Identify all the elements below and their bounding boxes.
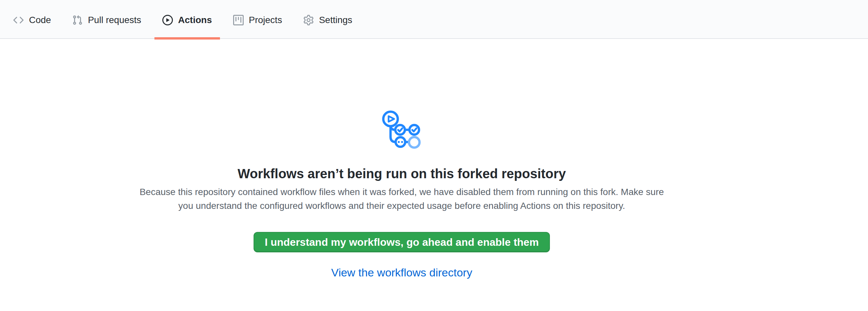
tab-actions[interactable]: Actions xyxy=(154,2,220,38)
play-icon xyxy=(162,15,173,25)
tab-actions-label: Actions xyxy=(178,15,212,25)
tab-settings[interactable]: Settings xyxy=(296,2,360,38)
primary-action-row: I understand my workflows, go ahead and … xyxy=(0,213,803,252)
tab-code[interactable]: Code xyxy=(5,2,59,38)
tab-pull-requests-label: Pull requests xyxy=(88,15,141,25)
view-workflows-directory-link[interactable]: View the workflows directory xyxy=(331,266,472,279)
tab-pull-requests[interactable]: Pull requests xyxy=(64,2,149,38)
page-title: Workflows aren’t being run on this forke… xyxy=(0,166,803,181)
actions-disabled-blankslate: Workflows aren’t being run on this forke… xyxy=(0,39,803,279)
code-icon xyxy=(13,15,24,25)
tab-code-label: Code xyxy=(29,15,51,25)
project-icon xyxy=(233,15,244,25)
gear-icon xyxy=(303,15,314,25)
git-pull-request-icon xyxy=(72,15,83,25)
blankslate-description: Because this repository contained workfl… xyxy=(132,185,672,213)
secondary-action-row: View the workflows directory xyxy=(0,266,803,279)
tab-settings-label: Settings xyxy=(319,15,352,25)
repo-tab-nav: Code Pull requests Actions Projects Sett… xyxy=(0,0,868,39)
enable-workflows-button[interactable]: I understand my workflows, go ahead and … xyxy=(253,232,550,252)
tab-projects-label: Projects xyxy=(249,15,282,25)
tab-projects[interactable]: Projects xyxy=(225,2,290,38)
workflow-illustration-icon xyxy=(381,111,422,153)
